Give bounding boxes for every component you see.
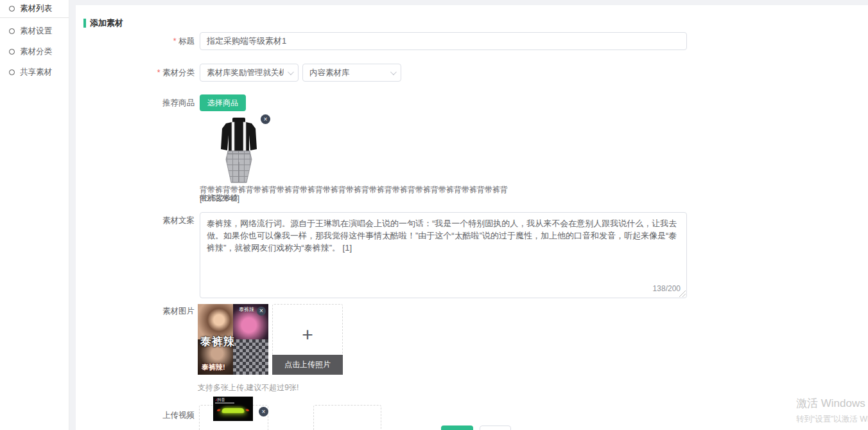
page-title: 添加素材 — [90, 17, 123, 29]
remove-product-icon[interactable]: × — [261, 114, 270, 124]
panel-header: 添加素材 — [83, 17, 123, 29]
upload-photo-bar[interactable]: 点击上传照片 — [272, 355, 343, 375]
product-name: 背带裤背带裤背带裤背带裤背带裤背带裤背带裤背带裤背带裤背带裤背带裤背带裤背带裤背… — [200, 186, 514, 202]
title-input[interactable] — [200, 32, 687, 50]
meme-caption-small: 泰裤辣 — [239, 306, 254, 313]
tiktok-watermark: ♪抖音 — [215, 398, 225, 402]
sidebar-item-material-list[interactable]: 素材列表 — [0, 0, 69, 18]
product-id: [ID:532642] — [200, 194, 239, 203]
title-label: 标题 — [76, 37, 195, 46]
category-select-secondary-value: 内容素材库 — [309, 67, 386, 78]
category-label: 素材分类 — [76, 68, 195, 77]
sidebar-item-shared-material[interactable]: 共享素材 — [0, 62, 69, 82]
copy-textarea[interactable]: 泰裤辣，网络流行词。源自于王琳凯在演唱会上说的一句话：“我是一个特别固执的人，我… — [200, 212, 687, 298]
watermark-line2: 转到“设置”以激活 Win — [796, 414, 868, 425]
sidebar-item-material-settings[interactable]: 素材设置 — [0, 21, 69, 41]
copy-textarea-wrapper: 泰裤辣，网络流行词。源自于王琳凯在演唱会上说的一句话：“我是一个特别固执的人，我… — [200, 212, 687, 298]
radio-circle-icon — [9, 69, 15, 75]
overalls-product-graphic — [207, 116, 271, 186]
car-taillight-graphic — [221, 408, 245, 413]
images-hint: 支持多张上传,建议不超过9张! — [198, 382, 299, 393]
video-label: 上传视频 — [76, 411, 195, 420]
sidebar: 素材列表 素材设置 素材分类 共享素材 — [0, 0, 69, 430]
category-select-primary[interactable]: 素材库奖励管理就关机拉了· — [200, 64, 299, 82]
category-select-secondary[interactable]: 内容素材库 — [302, 64, 401, 82]
save-button[interactable] — [441, 426, 473, 430]
sidebar-item-label: 素材列表 — [20, 3, 52, 14]
select-product-button[interactable]: 选择商品 — [200, 94, 246, 111]
radio-circle-icon — [9, 28, 15, 34]
radio-circle-icon — [9, 49, 15, 55]
meme-photo-cell — [233, 339, 268, 375]
category-select-primary-value: 素材库奖励管理就关机拉了· — [207, 67, 284, 78]
upload-video-box[interactable] — [313, 405, 381, 430]
chevron-down-icon — [288, 69, 294, 75]
images-label: 素材图片 — [76, 307, 195, 316]
product-image — [207, 116, 271, 186]
windows-activation-watermark: 激活 Windows 转到“设置”以激活 Win — [796, 396, 868, 425]
add-material-panel: 添加素材 标题 素材分类 素材库奖励管理就关机拉了· 内容素材库 推荐商品 选择… — [76, 5, 868, 430]
sidebar-item-label: 素材设置 — [20, 26, 52, 37]
upload-photo-box[interactable]: + 点击上传照片 — [272, 304, 343, 375]
video-thumbnail[interactable]: ♪抖音 — [213, 397, 253, 421]
plus-icon: + — [273, 324, 342, 346]
meme-caption-bottom: 泰裤辣! — [202, 363, 225, 372]
sidebar-item-label: 共享素材 — [20, 67, 52, 78]
resize-handle-icon[interactable] — [679, 291, 686, 297]
radio-circle-icon — [9, 6, 15, 12]
remove-image-icon[interactable]: × — [257, 307, 266, 316]
sidebar-item-material-category[interactable]: 素材分类 — [0, 41, 69, 62]
material-image-thumbnail[interactable]: 泰裤辣 泰裤辣 泰裤辣! × — [198, 304, 268, 375]
copy-label: 素材文案 — [76, 216, 195, 225]
remove-video-icon[interactable]: × — [259, 407, 268, 417]
chevron-down-icon — [390, 69, 397, 75]
tiktok-watermark-subline — [215, 402, 234, 404]
meme-caption-big: 泰裤辣 — [200, 334, 235, 349]
cancel-button[interactable] — [480, 426, 511, 430]
header-accent-bar — [83, 19, 86, 28]
sidebar-item-label: 素材分类 — [20, 46, 52, 57]
watermark-line1: 激活 Windows — [796, 396, 868, 411]
product-label: 推荐商品 — [76, 98, 195, 107]
char-count: 138/200 — [653, 284, 681, 293]
